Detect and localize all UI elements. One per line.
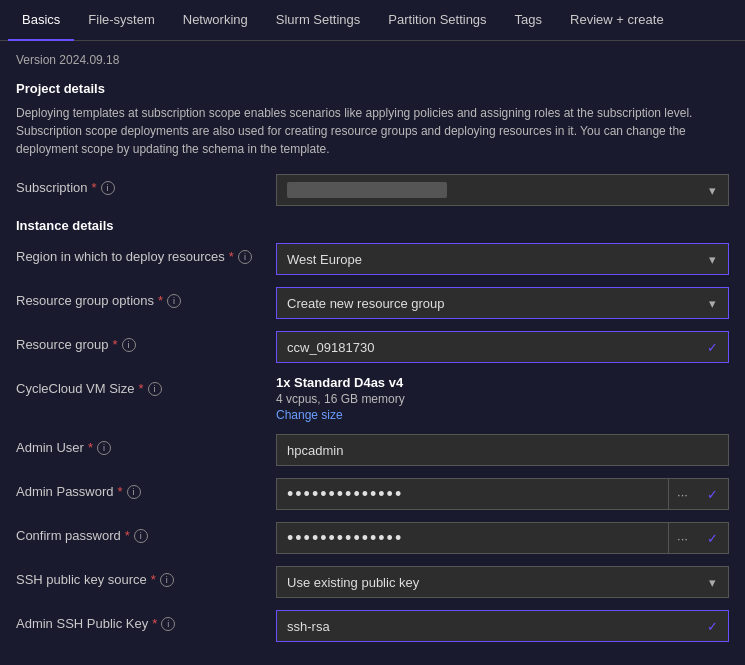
tab-tags[interactable]: Tags: [501, 0, 556, 41]
rg-value: ccw_09181730: [277, 340, 696, 355]
admin-user-row: Admin User * i: [16, 434, 729, 466]
confirm-password-check-icon: ✓: [696, 522, 728, 554]
resource-group-dropdown[interactable]: ccw_09181730 ✓: [276, 331, 729, 363]
tab-basics[interactable]: Basics: [8, 0, 74, 41]
admin-password-dots: ••••••••••••••: [277, 484, 668, 505]
project-details-title: Project details: [16, 81, 729, 96]
region-info-icon[interactable]: i: [238, 250, 252, 264]
admin-ssh-key-dropdown[interactable]: ssh-rsa ✓: [276, 610, 729, 642]
rg-info-icon[interactable]: i: [122, 338, 136, 352]
vm-size-control: 1x Standard D4as v4 4 vcpus, 16 GB memor…: [276, 375, 729, 422]
resource-group-options-control: Create new resource group ▾: [276, 287, 729, 319]
ssh-key-source-row: SSH public key source * i Use existing p…: [16, 566, 729, 598]
resource-group-options-dropdown[interactable]: Create new resource group ▾: [276, 287, 729, 319]
confirm-password-label: Confirm password * i: [16, 522, 276, 543]
region-label: Region in which to deploy resources * i: [16, 243, 276, 264]
ask-value: ssh-rsa: [277, 619, 696, 634]
vm-size-info-icon[interactable]: i: [148, 382, 162, 396]
vm-size-label: CycleCloud VM Size * i: [16, 375, 276, 396]
version-label: Version 2024.09.18: [16, 53, 729, 67]
ssh-key-source-dropdown[interactable]: Use existing public key ▾: [276, 566, 729, 598]
au-info-icon[interactable]: i: [97, 441, 111, 455]
admin-user-input-box: [276, 434, 729, 466]
subscription-row: Subscription * i ▾: [16, 174, 729, 206]
tab-partition-settings[interactable]: Partition Settings: [374, 0, 500, 41]
admin-password-row: Admin Password * i •••••••••••••• ··· ✓: [16, 478, 729, 510]
admin-password-label: Admin Password * i: [16, 478, 276, 499]
rg-check-icon: ✓: [696, 331, 728, 363]
subscription-chevron-icon: ▾: [696, 174, 728, 206]
nav-tabs: Basics File-system Networking Slurm Sett…: [0, 0, 745, 41]
sks-info-icon[interactable]: i: [160, 573, 174, 587]
rgo-info-icon[interactable]: i: [167, 294, 181, 308]
admin-user-label: Admin User * i: [16, 434, 276, 455]
subscription-required: *: [92, 180, 97, 195]
ap-info-icon[interactable]: i: [127, 485, 141, 499]
rgo-chevron-icon: ▾: [696, 287, 728, 319]
subscription-control: ▾: [276, 174, 729, 206]
sks-chevron-icon: ▾: [696, 566, 728, 598]
region-dropdown[interactable]: West Europe ▾: [276, 243, 729, 275]
admin-password-check-icon: ✓: [696, 478, 728, 510]
resource-group-options-row: Resource group options * i Create new re…: [16, 287, 729, 319]
region-control: West Europe ▾: [276, 243, 729, 275]
rg-required: *: [113, 337, 118, 352]
resource-group-row: Resource group * i ccw_09181730 ✓: [16, 331, 729, 363]
admin-password-dots-icon[interactable]: ···: [668, 478, 696, 510]
sks-value: Use existing public key: [277, 575, 696, 590]
subscription-blurred: [287, 182, 447, 198]
tab-review-create[interactable]: Review + create: [556, 0, 678, 41]
vm-size-row: CycleCloud VM Size * i 1x Standard D4as …: [16, 375, 729, 422]
confirm-password-dots: ••••••••••••••: [277, 528, 668, 549]
subscription-value: [277, 182, 696, 198]
admin-password-input-box: •••••••••••••• ··· ✓: [276, 478, 729, 510]
tab-slurm-settings[interactable]: Slurm Settings: [262, 0, 375, 41]
tab-filesystem[interactable]: File-system: [74, 0, 168, 41]
instance-details-title: Instance details: [16, 218, 729, 233]
region-row: Region in which to deploy resources * i …: [16, 243, 729, 275]
confirm-password-dots-icon[interactable]: ···: [668, 522, 696, 554]
region-chevron-icon: ▾: [696, 243, 728, 275]
admin-password-control: •••••••••••••• ··· ✓: [276, 478, 729, 510]
main-content: Version 2024.09.18 Project details Deplo…: [0, 41, 745, 665]
au-required: *: [88, 440, 93, 455]
subscription-info-icon[interactable]: i: [101, 181, 115, 195]
confirm-password-control: •••••••••••••• ··· ✓: [276, 522, 729, 554]
resource-group-options-label: Resource group options * i: [16, 287, 276, 308]
subscription-dropdown[interactable]: ▾: [276, 174, 729, 206]
cp-info-icon[interactable]: i: [134, 529, 148, 543]
tab-networking[interactable]: Networking: [169, 0, 262, 41]
admin-user-control: [276, 434, 729, 466]
region-value: West Europe: [277, 252, 696, 267]
vm-size-change-link[interactable]: Change size: [276, 408, 729, 422]
ap-required: *: [118, 484, 123, 499]
confirm-password-row: Confirm password * i •••••••••••••• ··· …: [16, 522, 729, 554]
region-required: *: [229, 249, 234, 264]
ask-check-icon: ✓: [696, 610, 728, 642]
admin-user-input[interactable]: [277, 443, 728, 458]
confirm-password-input-box: •••••••••••••• ··· ✓: [276, 522, 729, 554]
vm-size-name: 1x Standard D4as v4: [276, 375, 729, 390]
vm-size-required: *: [139, 381, 144, 396]
ssh-key-source-label: SSH public key source * i: [16, 566, 276, 587]
vm-size-detail: 4 vcpus, 16 GB memory: [276, 392, 729, 406]
subscription-label: Subscription * i: [16, 174, 276, 195]
sks-required: *: [151, 572, 156, 587]
project-description: Deploying templates at subscription scop…: [16, 104, 729, 158]
admin-ssh-key-label: Admin SSH Public Key * i: [16, 610, 276, 631]
resource-group-label: Resource group * i: [16, 331, 276, 352]
rgo-required: *: [158, 293, 163, 308]
cp-required: *: [125, 528, 130, 543]
rgo-value: Create new resource group: [277, 296, 696, 311]
admin-ssh-key-control: ssh-rsa ✓: [276, 610, 729, 642]
admin-ssh-key-row: Admin SSH Public Key * i ssh-rsa ✓: [16, 610, 729, 642]
ask-info-icon[interactable]: i: [161, 617, 175, 631]
ssh-key-source-control: Use existing public key ▾: [276, 566, 729, 598]
resource-group-control: ccw_09181730 ✓: [276, 331, 729, 363]
ask-required: *: [152, 616, 157, 631]
